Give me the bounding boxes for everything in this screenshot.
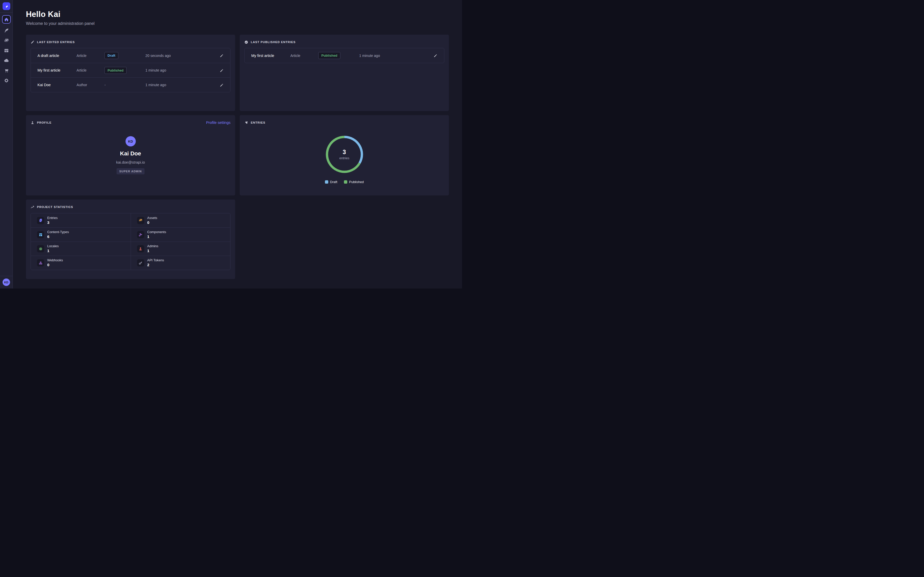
entry-status: Published [105, 67, 145, 74]
feather-icon [4, 28, 9, 33]
stat-locales: Locales 1 [31, 242, 131, 256]
role-badge: SUPER ADMIN [116, 168, 145, 174]
status-badge: Draft [105, 52, 118, 59]
entries-count-label: entries [339, 156, 349, 160]
table-row[interactable]: My first article Article Published 1 min… [31, 63, 230, 77]
card-header: ENTRIES [244, 120, 444, 126]
edit-entry-button[interactable] [433, 53, 437, 58]
profile-body: KD Kai Doe kai.doe@strapi.io SUPER ADMIN [31, 126, 231, 174]
entry-time: 20 seconds ago [145, 53, 216, 58]
sidebar: KD [0, 0, 13, 288]
entry-status: - [105, 83, 145, 87]
main-content: Hello Kai Welcome to your administration… [13, 0, 462, 288]
last-published-table: My first article Article Published 1 min… [244, 48, 444, 63]
page-title: Hello Kai [26, 10, 449, 19]
status-badge: Published [318, 52, 340, 59]
sidebar-item-content-manager[interactable] [2, 27, 11, 34]
images-icon [137, 217, 144, 224]
key-icon [137, 259, 144, 266]
globe-icon [37, 245, 44, 252]
profile-card: PROFILE Profile settings KD Kai Doe kai.… [26, 115, 235, 195]
card-header: PROFILE Profile settings [31, 120, 231, 126]
entry-time: 1 minute ago [145, 68, 216, 73]
stat-webhooks: Webhooks 0 [31, 256, 131, 270]
legend-item-published: Published [344, 180, 364, 184]
profile-email: kai.doe@strapi.io [116, 160, 145, 164]
stat-content-types: Content-Types 6 [31, 227, 131, 242]
edit-entry-button[interactable] [220, 53, 224, 58]
person-icon [137, 245, 144, 252]
sidebar-item-content-type-builder[interactable] [2, 47, 11, 53]
sidebar-header [0, 0, 13, 13]
project-statistics-card: PROJECT STATISTICS Entries 3 [26, 200, 235, 279]
page-subtitle: Welcome to your administration panel [26, 21, 449, 26]
stat-components: Components 1 [131, 227, 231, 242]
stat-text: Webhooks 0 [47, 258, 63, 268]
trend-up-icon [31, 205, 34, 209]
edit-entry-button[interactable] [220, 83, 224, 87]
profile-name: Kai Doe [120, 150, 141, 157]
entries-chart-body: 3 entries Draft Published [244, 126, 444, 184]
stat-api-tokens: API Tokens 2 [131, 256, 231, 270]
stat-entries: Entries 3 [31, 213, 131, 227]
entries-count: 3 [342, 149, 346, 156]
nodes-icon [137, 231, 144, 238]
last-published-entries-card: LAST PUBLISHED ENTRIES My first article … [240, 35, 449, 111]
edit-entry-button[interactable] [220, 68, 224, 73]
entry-name: My first article [37, 68, 76, 73]
cloud-icon [3, 58, 9, 63]
pencil-icon [220, 53, 224, 58]
table-row[interactable]: My first article Article Published 1 min… [245, 48, 444, 63]
layout-icon [4, 48, 9, 53]
card-title: PROFILE [37, 121, 52, 124]
entry-type: Article [76, 68, 105, 73]
last-edited-entries-card: LAST EDITED ENTRIES A draft article Arti… [26, 35, 235, 111]
cart-icon [4, 68, 9, 73]
stat-text: Admins 1 [147, 244, 158, 253]
media-icon [4, 38, 9, 43]
card-header: LAST PUBLISHED ENTRIES [244, 39, 444, 45]
chart-legend: Draft Published [325, 180, 364, 184]
last-edited-table: A draft article Article Draft 20 seconds… [31, 48, 231, 92]
entry-name: Kai Doe [37, 83, 76, 87]
card-header: PROJECT STATISTICS [31, 204, 231, 210]
sidebar-item-home[interactable] [2, 15, 11, 24]
entry-name: My first article [251, 53, 290, 58]
stat-text: Assets 0 [147, 216, 157, 225]
dashboard-grid: LAST EDITED ENTRIES A draft article Arti… [26, 35, 449, 279]
check-circle-icon [244, 40, 248, 44]
stats-table: Entries 3 Assets 0 [31, 213, 231, 270]
table-row[interactable]: A draft article Article Draft 20 seconds… [31, 48, 230, 63]
gear-icon [4, 78, 9, 83]
sidebar-item-marketplace[interactable] [2, 68, 11, 74]
entries-donut-chart: 3 entries [326, 135, 363, 173]
stat-assets: Assets 0 [131, 213, 231, 227]
strapi-logo[interactable] [3, 2, 10, 10]
strapi-logo-icon [4, 4, 8, 8]
legend-item-draft: Draft [325, 180, 337, 184]
table-row[interactable]: Kai Doe Author - 1 minute ago [31, 77, 230, 92]
stat-text: API Tokens 2 [147, 258, 164, 268]
card-title: ENTRIES [251, 121, 265, 124]
status-badge: Published [105, 67, 126, 74]
draft-swatch [325, 180, 328, 184]
published-swatch [344, 180, 347, 184]
grid-spacer [240, 200, 449, 279]
profile-avatar: KD [126, 136, 136, 147]
webhook-icon [37, 259, 44, 266]
profile-settings-link[interactable]: Profile settings [206, 121, 231, 125]
person-icon [31, 121, 34, 125]
entry-type: Article [76, 53, 105, 58]
pencil-icon [433, 53, 437, 58]
pencil-icon [220, 68, 224, 73]
pencil-icon [220, 83, 224, 87]
entry-status: Published [318, 52, 359, 59]
sidebar-item-media-library[interactable] [2, 37, 11, 44]
sidebar-item-settings[interactable] [2, 77, 11, 84]
user-avatar[interactable]: KD [3, 279, 10, 286]
sidebar-footer: KD [0, 276, 13, 288]
entry-time: 1 minute ago [359, 53, 430, 58]
sidebar-item-cloud[interactable] [2, 58, 11, 64]
puzzle-icon [244, 121, 248, 125]
card-header: LAST EDITED ENTRIES [31, 39, 231, 45]
